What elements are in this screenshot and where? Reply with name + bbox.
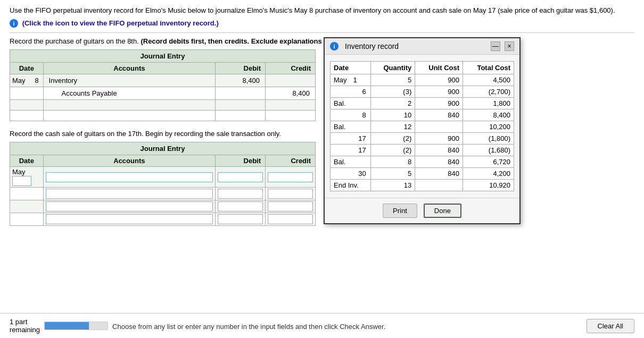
journal-2-row1-account-input[interactable] <box>46 172 213 182</box>
inv-row9-total: 4,200 <box>463 168 514 180</box>
table-row: Bal. 12 10,200 <box>331 121 514 133</box>
journal-1-row4-credit <box>266 111 316 121</box>
journal-1-row4-debit <box>216 111 266 121</box>
inv-row6-date: 17 <box>331 133 371 145</box>
inv-row1-date: May1 <box>331 74 371 86</box>
popup-body: Date Quantity Unit Cost Total Cost May1 … <box>325 55 519 198</box>
table-row: 8 10 840 8,400 <box>331 109 514 121</box>
info-icon[interactable]: i <box>10 19 18 28</box>
inv-row3-total: 1,800 <box>463 98 514 109</box>
bottom-bar: 1 part remaining Choose from any list or… <box>0 313 644 338</box>
journal-2-table: Date Accounts Debit Credit May <box>10 155 316 226</box>
journal-1-table: Date Accounts Debit Credit May 8 Invento… <box>10 62 316 121</box>
remaining-label: remaining <box>10 326 40 334</box>
instruction-click-note: i (Click the icon to view the FIFO perpe… <box>10 18 634 29</box>
journal-2-row2-account-cell <box>43 188 216 200</box>
table-row: May <box>10 167 316 188</box>
inv-row4-qty: 10 <box>370 109 415 121</box>
popup-footer: Print Done <box>325 198 519 223</box>
journal-2-row2-credit-input[interactable] <box>268 189 313 199</box>
journal-2-row3-account-cell <box>43 200 216 213</box>
print-button[interactable]: Print <box>383 204 417 218</box>
table-row: May1 5 900 4,500 <box>331 74 514 86</box>
journal-2-row4-debit-input[interactable] <box>218 214 263 224</box>
part-label: part <box>15 318 27 326</box>
journal-2-row2-debit-cell <box>216 188 266 200</box>
journal-2-row1-date: May <box>10 167 44 188</box>
journal-1-row3-account <box>43 100 216 111</box>
inv-row1-qty: 5 <box>370 74 415 86</box>
close-button[interactable]: × <box>505 41 514 51</box>
table-row <box>10 200 316 213</box>
inv-row4-total: 8,400 <box>463 109 514 121</box>
journal-2-row1-account-cell <box>43 167 216 188</box>
instruction-line1: Use the FIFO perpetual inventory record … <box>10 5 634 16</box>
popup-header-left: i Inventory record <box>330 42 399 50</box>
table-row: Bal. 2 900 1,800 <box>331 98 514 109</box>
inv-row4-unit: 840 <box>415 109 463 121</box>
minimize-button[interactable]: — <box>491 41 500 51</box>
journal-2-row2-date <box>10 188 44 200</box>
table-row: 17 (2) 900 (1,800) <box>331 133 514 145</box>
table-row: 17 (2) 840 (1,680) <box>331 145 514 156</box>
table-row <box>10 188 316 200</box>
inv-row2-unit: 900 <box>415 86 463 98</box>
table-row: Bal. 8 840 6,720 <box>331 156 514 168</box>
journal-2-row3-account-input[interactable] <box>46 201 213 212</box>
inv-row8-unit: 840 <box>415 156 463 168</box>
part-number: 1 <box>10 318 13 326</box>
journal-1-row1-month: May 8 <box>10 74 44 87</box>
journal-2-row2-debit-input[interactable] <box>218 189 263 199</box>
inv-header-quantity: Quantity <box>370 62 415 74</box>
journal-1-row3-credit <box>266 100 316 111</box>
inv-row3-qty: 2 <box>370 98 415 109</box>
journal-2-row4-account-input[interactable] <box>46 214 213 224</box>
inv-row8-total: 6,720 <box>463 156 514 168</box>
section-2-label: Record the cash sale of guitars on the 1… <box>10 130 634 138</box>
journal-1-row4-account <box>43 111 216 121</box>
inv-row5-unit <box>415 121 463 133</box>
table-row: May 8 Inventory 8,400 <box>10 74 316 87</box>
journal-1-row3-date <box>10 100 44 111</box>
click-note-text[interactable]: (Click the icon to view the FIFO perpetu… <box>22 19 219 27</box>
inv-row1-unit: 900 <box>415 74 463 86</box>
inv-row7-qty: (2) <box>370 145 415 156</box>
inv-row6-unit: 900 <box>415 133 463 145</box>
journal-1-row1-credit <box>266 74 316 87</box>
section-1-label: Record the purchase of guitars on the 8t… <box>10 37 634 45</box>
journal-2-row3-date <box>10 200 44 213</box>
journal-1-row1-debit: 8,400 <box>216 74 266 87</box>
journal-1-header-debit: Debit <box>216 63 266 74</box>
table-row <box>10 213 316 226</box>
journal-2-row1-credit-input[interactable] <box>268 172 313 182</box>
popup-header: i Inventory record — × <box>325 38 519 55</box>
journal-2-container: Journal Entry Date Accounts Debit Credit <box>10 142 316 226</box>
journal-2-row4-account-cell <box>43 213 216 226</box>
journal-2-row1-debit-cell <box>216 167 266 188</box>
inv-row7-unit: 840 <box>415 145 463 156</box>
journal-1-row4-date <box>10 111 44 121</box>
journal-2-header-credit: Credit <box>266 155 316 167</box>
done-button[interactable]: Done <box>424 204 461 218</box>
inv-row10-unit <box>415 180 463 191</box>
journal-2-row1-debit-input[interactable] <box>218 172 263 182</box>
popup-info-icon: i <box>330 42 338 50</box>
inv-row9-qty: 5 <box>370 168 415 180</box>
table-row: Accounts Payable 8,400 <box>10 87 316 100</box>
journal-2-row4-credit-input[interactable] <box>268 214 313 224</box>
journal-2-row3-debit-cell <box>216 200 266 213</box>
journal-1-row2-credit: 8,400 <box>266 87 316 100</box>
progress-bar-container <box>44 322 108 330</box>
journal-2-row3-credit-input[interactable] <box>268 201 313 212</box>
journal-2-row3-debit-input[interactable] <box>218 201 263 212</box>
inv-row2-date: 6 <box>331 86 371 98</box>
inv-row9-date: 30 <box>331 168 371 180</box>
journal-2-row1-day-input[interactable] <box>12 176 31 186</box>
journal-2-row2-account-input[interactable] <box>46 189 213 199</box>
journal-2-header-accounts: Accounts <box>43 155 216 167</box>
inv-row3-unit: 900 <box>415 98 463 109</box>
divider-1 <box>10 32 634 33</box>
journal-2-row2-credit-cell <box>266 188 316 200</box>
journal-2-row1-credit-cell <box>266 167 316 188</box>
clear-all-button[interactable]: Clear All <box>587 319 634 333</box>
